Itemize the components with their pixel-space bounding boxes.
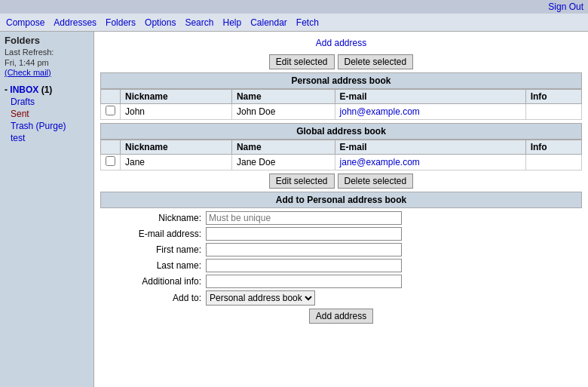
nickname-label: Nickname: [100,213,206,223]
firstname-row: First name: [100,243,582,256]
signout-link[interactable]: Sign Out [548,2,583,12]
delete-selected-top-button[interactable]: Delete selected [338,54,414,69]
inbox-link[interactable]: INBOX [10,84,38,95]
addto-row: Add to: Personal address book Global add… [100,290,582,306]
edit-selected-bottom-button[interactable]: Edit selected [269,174,335,189]
check-mail-link[interactable]: (Check mail) [5,68,51,77]
personal-row-info [525,104,581,120]
global-row-cb [101,155,121,170]
global-row-name: Jane Doe [231,155,335,170]
add-form-section: Add to Personal address book Nickname: E… [100,192,582,324]
add-address-top: Add address [100,35,582,51]
sidebar-item-inbox[interactable]: - INBOX (1) [5,84,89,96]
nav-help[interactable]: Help [222,17,241,28]
last-refresh-time: Fri, 1:44 pm [5,58,89,67]
test-link[interactable]: test [11,133,25,143]
personal-book-header: Personal address book [100,72,582,89]
nav-options[interactable]: Options [145,17,176,28]
inbox-badge: (1) [41,84,53,95]
folders-title: Folders [5,35,89,46]
personal-row-email: john@example.com [335,104,525,120]
global-cb-header [101,140,121,155]
bottom-btn-row: Edit selected Delete selected [100,174,582,189]
top-btn-row: Edit selected Delete selected [100,54,582,69]
global-row-nickname: Jane [121,155,232,170]
personal-row-checkbox[interactable] [106,106,115,115]
global-address-table: Nickname Name E-mail Info Jane Jane Doe … [100,140,582,170]
sidebar-item-drafts[interactable]: Drafts [5,96,89,108]
firstname-label: First name: [100,244,206,255]
nav-bar: Compose Addresses Folders Options Search… [0,14,588,32]
delete-selected-bottom-button[interactable]: Delete selected [338,174,414,189]
add-address-submit-button[interactable]: Add address [309,309,373,324]
sidebar-item-sent[interactable]: Sent [5,108,89,120]
personal-email-header: E-mail [335,90,525,104]
trash-link[interactable]: Trash [11,121,33,131]
drafts-link[interactable]: Drafts [11,97,35,107]
form-submit-row: Add address [100,309,582,324]
add-form-header: Add to Personal address book [100,192,582,208]
lastname-row: Last name: [100,259,582,272]
global-row-info [525,155,581,170]
nav-calendar[interactable]: Calendar [250,17,287,28]
personal-info-header: Info [525,90,581,104]
personal-row-nickname: John [121,104,232,120]
top-bar: Sign Out [0,0,588,14]
sent-link[interactable]: Sent [11,109,29,119]
edit-selected-top-button[interactable]: Edit selected [269,54,335,69]
main-content: Add address Edit selected Delete selecte… [94,32,588,387]
firstname-input[interactable] [206,243,402,256]
global-info-header: Info [525,140,581,155]
personal-row-cb [101,104,121,120]
nav-addresses[interactable]: Addresses [54,17,96,28]
email-label: E-mail address: [100,229,206,239]
global-email-header: E-mail [335,140,525,155]
addinfo-label: Additional info: [100,276,206,287]
email-input[interactable] [206,227,402,241]
sidebar-item-test[interactable]: test [5,132,89,144]
addto-select[interactable]: Personal address book Global address boo… [206,290,315,306]
addinfo-row: Additional info: [100,275,582,288]
nav-search[interactable]: Search [185,17,213,28]
last-refresh-label: Last Refresh: [5,48,89,57]
table-row: John John Doe john@example.com [101,104,582,120]
nav-folders[interactable]: Folders [106,17,136,28]
addto-label: Add to: [100,293,206,303]
global-name-header: Name [231,140,335,155]
sidebar: Folders Last Refresh: Fri, 1:44 pm (Chec… [0,32,94,387]
global-row-checkbox[interactable] [106,156,115,166]
personal-row-name: John Doe [231,104,335,120]
personal-address-table: Nickname Name E-mail Info John John Doe … [100,89,582,120]
nickname-input[interactable] [206,211,402,225]
purge-link[interactable]: (Purge) [36,121,66,131]
nav-compose[interactable]: Compose [6,17,44,28]
personal-nickname-header: Nickname [121,90,232,104]
lastname-input[interactable] [206,259,402,272]
folder-list: - INBOX (1) Drafts Sent Trash (Purge) te… [5,84,89,144]
global-nickname-header: Nickname [121,140,232,155]
nav-fetch[interactable]: Fetch [296,17,319,28]
personal-name-header: Name [231,90,335,104]
sidebar-item-trash[interactable]: Trash (Purge) [5,120,89,132]
add-address-top-link[interactable]: Add address [316,38,366,48]
global-row-email: jane@example.com [335,155,525,170]
table-row: Jane Jane Doe jane@example.com [101,155,582,170]
layout: Folders Last Refresh: Fri, 1:44 pm (Chec… [0,32,588,387]
email-row: E-mail address: [100,227,582,241]
nickname-row: Nickname: [100,211,582,225]
addinfo-input[interactable] [206,275,402,288]
personal-cb-header [101,90,121,104]
global-book-header: Global address book [100,123,582,140]
lastname-label: Last name: [100,260,206,271]
